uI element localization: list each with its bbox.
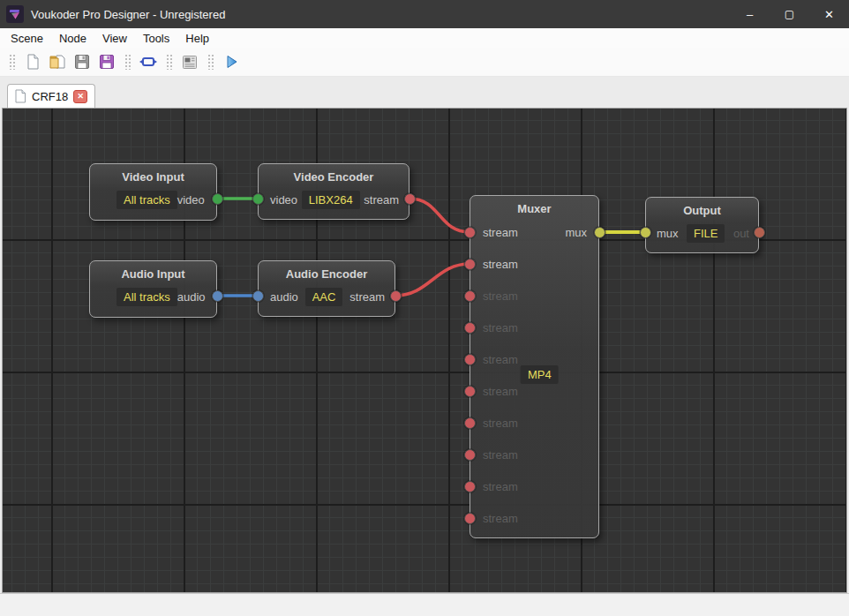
port-muxer-mux-out[interactable]: [594, 227, 605, 238]
open-scene-button[interactable]: [46, 50, 69, 73]
app-window: Voukoder Pro Designer - Unregistered – ▢…: [0, 0, 849, 616]
port-muxer-stream-8-in[interactable]: [464, 449, 476, 461]
menu-tools[interactable]: Tools: [135, 30, 177, 47]
save-icon: [74, 54, 90, 70]
node-audio-input[interactable]: Audio Input All tracks audio: [89, 260, 217, 318]
port-audio-encoder-audio-in[interactable]: [252, 290, 264, 302]
fit-view-button[interactable]: [137, 50, 160, 73]
port-output-mux-in[interactable]: [640, 227, 651, 238]
node-output[interactable]: Output mux FILE out: [645, 197, 759, 253]
port-label-stream-out: stream: [349, 290, 385, 304]
port-label-stream-5: stream: [483, 351, 518, 369]
port-label-stream-4: stream: [483, 319, 518, 337]
port-video-input-video-out[interactable]: [212, 193, 223, 205]
port-muxer-stream-4-in[interactable]: [464, 322, 476, 334]
close-button[interactable]: ✕: [809, 0, 849, 28]
port-muxer-stream-5-in[interactable]: [464, 354, 476, 365]
port-output-out[interactable]: [754, 227, 765, 238]
node-editor-canvas[interactable]: Video Input All tracks video Video Encod…: [2, 108, 847, 593]
port-label-video-in: video: [270, 193, 297, 207]
toolbar: [0, 48, 849, 77]
audio-encoder-value[interactable]: AAC: [305, 288, 343, 306]
port-label-stream-3: stream: [483, 288, 518, 305]
toolbar-drag-handle[interactable]: [9, 54, 15, 70]
node-title: Video Encoder: [259, 170, 409, 184]
toolbar-drag-handle[interactable]: [207, 54, 214, 70]
port-label-stream-6: stream: [483, 383, 518, 401]
open-folder-icon: [49, 54, 66, 70]
report-icon: [182, 55, 198, 70]
port-label-stream-out: stream: [364, 193, 399, 207]
voukoder-logo-icon: [8, 7, 22, 21]
new-scene-button[interactable]: [21, 50, 44, 73]
app-logo-icon: [6, 5, 24, 23]
port-video-encoder-stream-out[interactable]: [404, 193, 416, 205]
port-label-stream-7: stream: [483, 415, 518, 432]
port-muxer-stream-6-in[interactable]: [464, 386, 476, 397]
minimize-button[interactable]: –: [730, 0, 770, 28]
fit-view-icon: [139, 55, 157, 69]
port-audio-encoder-stream-out[interactable]: [390, 290, 402, 302]
audio-input-tracks-value[interactable]: All tracks: [116, 288, 177, 306]
port-label-mux-in: mux: [657, 227, 679, 240]
port-muxer-stream-2-in[interactable]: [464, 259, 476, 270]
tabbar: CRF18 ✕: [0, 77, 849, 108]
port-label-out: out: [733, 227, 749, 240]
node-audio-encoder[interactable]: Audio Encoder audio AAC stream: [258, 260, 395, 317]
port-label-video-out: video: [177, 193, 205, 207]
port-label-stream-10: stream: [483, 510, 518, 528]
run-button[interactable]: [220, 50, 243, 73]
tab-crf18[interactable]: CRF18 ✕: [7, 84, 95, 108]
canvas-frame: Video Input All tracks video Video Encod…: [0, 108, 849, 593]
node-title: Audio Input: [90, 267, 216, 281]
node-video-input[interactable]: Video Input All tracks video: [89, 163, 217, 221]
port-label-stream-2: stream: [483, 256, 518, 274]
menubar: Scene Node View Tools Help: [0, 28, 849, 48]
save-button[interactable]: [71, 50, 94, 73]
output-target-value[interactable]: FILE: [687, 224, 725, 243]
tab-close-button[interactable]: ✕: [73, 90, 87, 103]
tab-label: CRF18: [32, 90, 68, 103]
port-label-mux-out: mux: [565, 224, 587, 242]
menu-view[interactable]: View: [94, 30, 135, 47]
new-file-icon: [26, 54, 41, 70]
port-label-audio-in: audio: [270, 290, 298, 304]
node-title: Audio Encoder: [259, 267, 394, 281]
save-as-button[interactable]: [95, 50, 118, 73]
toolbar-drag-handle[interactable]: [166, 54, 172, 70]
node-title: Video Input: [90, 170, 216, 184]
titlebar[interactable]: Voukoder Pro Designer - Unregistered – ▢…: [0, 0, 849, 28]
save-as-icon: [99, 54, 115, 70]
port-label-audio-out: audio: [177, 290, 206, 304]
document-icon: [14, 89, 26, 103]
toolbar-drag-handle[interactable]: [124, 54, 131, 70]
maximize-button[interactable]: ▢: [770, 0, 809, 28]
port-muxer-stream-3-in[interactable]: [464, 290, 476, 302]
port-muxer-stream-9-in[interactable]: [464, 481, 476, 492]
muxer-format-value[interactable]: MP4: [521, 365, 559, 384]
node-title: Output: [646, 204, 758, 217]
node-muxer[interactable]: Muxer stream stream stream stream stream…: [470, 195, 599, 538]
video-encoder-value[interactable]: LIBX264: [302, 191, 360, 209]
port-muxer-stream-1-in[interactable]: [464, 227, 476, 238]
report-button[interactable]: [178, 50, 201, 73]
video-input-tracks-value[interactable]: All tracks: [116, 191, 177, 209]
menu-node[interactable]: Node: [51, 30, 94, 47]
statusbar: [0, 593, 849, 616]
node-title: Muxer: [470, 202, 598, 215]
port-label-stream-9: stream: [483, 478, 518, 496]
port-video-encoder-video-in[interactable]: [252, 193, 264, 205]
wire-audio-stream[interactable]: [395, 264, 470, 296]
port-muxer-stream-7-in[interactable]: [464, 417, 476, 429]
port-label-stream-8: stream: [483, 447, 518, 464]
port-muxer-stream-10-in[interactable]: [464, 513, 476, 524]
port-label-stream-1: stream: [483, 224, 518, 242]
window-title: Voukoder Pro Designer - Unregistered: [31, 8, 730, 21]
menu-help[interactable]: Help: [177, 30, 217, 47]
node-video-encoder[interactable]: Video Encoder video LIBX264 stream: [258, 163, 409, 220]
menu-scene[interactable]: Scene: [3, 30, 51, 47]
wire-video-stream[interactable]: [409, 199, 470, 232]
run-icon: [225, 55, 238, 69]
port-audio-input-audio-out[interactable]: [212, 290, 223, 302]
window-controls: – ▢ ✕: [730, 0, 849, 28]
